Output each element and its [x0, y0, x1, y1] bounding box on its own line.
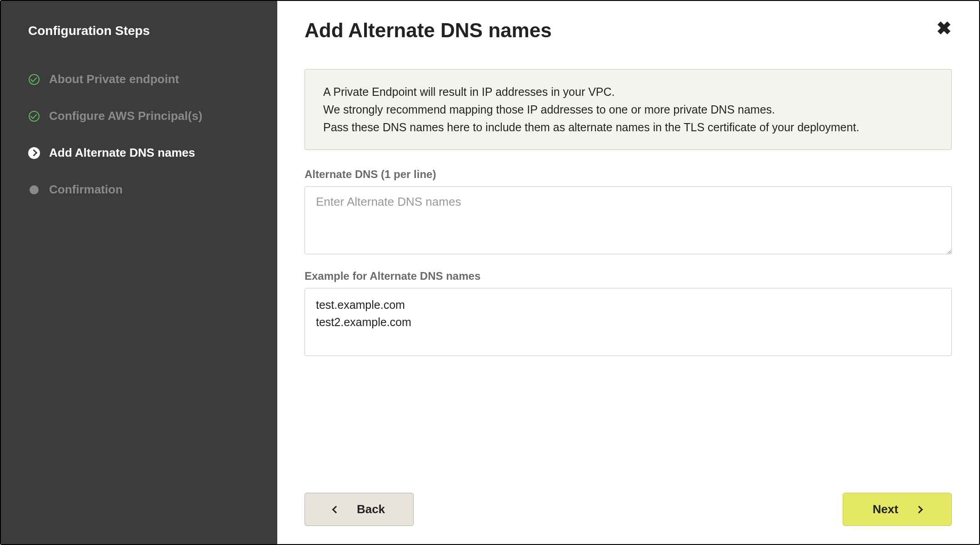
dot-icon: [28, 184, 40, 196]
close-icon: ✖: [936, 18, 952, 38]
alternate-dns-label: Alternate DNS (1 per line): [305, 168, 952, 181]
check-circle-icon: [28, 74, 40, 85]
wizard-dialog: Configuration Steps About Private endpoi…: [0, 0, 980, 545]
example-dns-box: test.example.com test2.example.com: [305, 288, 952, 356]
step-about-private-endpoint[interactable]: About Private endpoint: [28, 61, 250, 98]
step-label: Add Alternate DNS names: [49, 146, 195, 160]
next-button-label: Next: [873, 502, 898, 516]
button-row: Back Next: [305, 447, 952, 526]
back-button-label: Back: [357, 502, 385, 516]
step-add-alternate-dns-names[interactable]: Add Alternate DNS names: [28, 134, 250, 171]
main-content: Add Alternate DNS names ✖ A Private Endp…: [277, 1, 979, 544]
step-label: About Private endpoint: [49, 72, 179, 86]
step-list: About Private endpoint Configure AWS Pri…: [28, 61, 250, 208]
info-box: A Private Endpoint will result in IP add…: [305, 69, 952, 150]
chevron-left-icon: [332, 505, 340, 513]
sidebar: Configuration Steps About Private endpoi…: [1, 1, 277, 544]
example-dns-label: Example for Alternate DNS names: [305, 270, 952, 282]
step-confirmation[interactable]: Confirmation: [28, 171, 250, 208]
alternate-dns-input[interactable]: [305, 186, 952, 254]
back-button[interactable]: Back: [305, 493, 414, 526]
step-label: Confirmation: [49, 183, 123, 197]
alternate-dns-group: Alternate DNS (1 per line): [305, 168, 952, 256]
close-button[interactable]: ✖: [936, 19, 952, 37]
sidebar-title: Configuration Steps: [28, 24, 250, 38]
step-configure-aws-principals[interactable]: Configure AWS Principal(s): [28, 98, 250, 134]
main-header: Add Alternate DNS names ✖: [305, 19, 952, 42]
page-title: Add Alternate DNS names: [305, 19, 552, 42]
example-dns-group: Example for Alternate DNS names test.exa…: [305, 270, 952, 356]
next-button[interactable]: Next: [843, 493, 952, 526]
check-circle-icon: [28, 110, 40, 122]
chevron-right-icon: [915, 505, 923, 513]
step-label: Configure AWS Principal(s): [49, 109, 202, 123]
arrow-right-circle-icon: [28, 147, 40, 159]
